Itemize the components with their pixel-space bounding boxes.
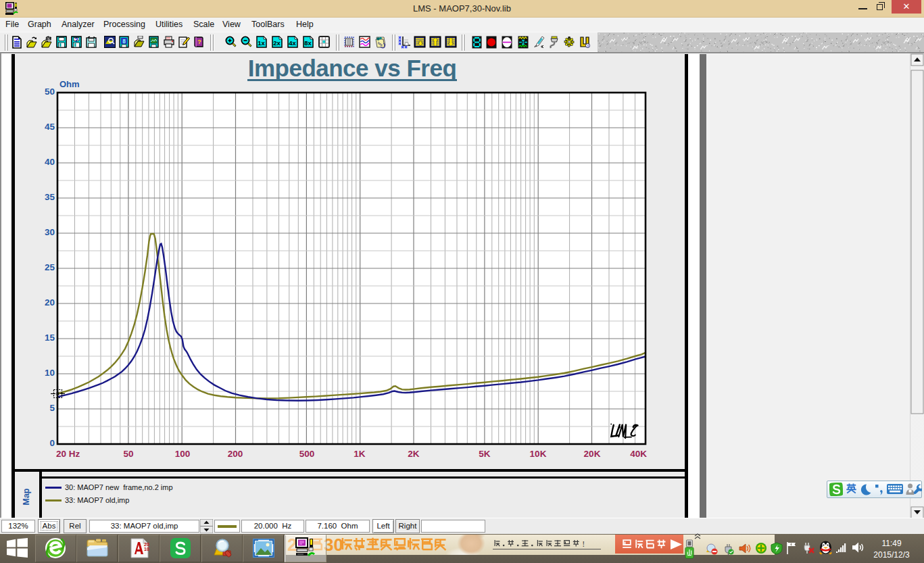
svg-text:8: 8 — [122, 38, 126, 45]
svg-text:!: ! — [582, 539, 585, 549]
svg-text:1x: 1x — [258, 39, 265, 47]
svg-text:?: ? — [197, 39, 201, 45]
svg-text:8x: 8x — [304, 39, 312, 47]
svg-text:20: 20 — [144, 542, 149, 547]
svg-text:?: ? — [74, 36, 78, 43]
svg-text:10: 10 — [144, 547, 149, 552]
svg-text:2x: 2x — [273, 39, 281, 47]
svg-text:4x: 4x — [289, 39, 296, 47]
